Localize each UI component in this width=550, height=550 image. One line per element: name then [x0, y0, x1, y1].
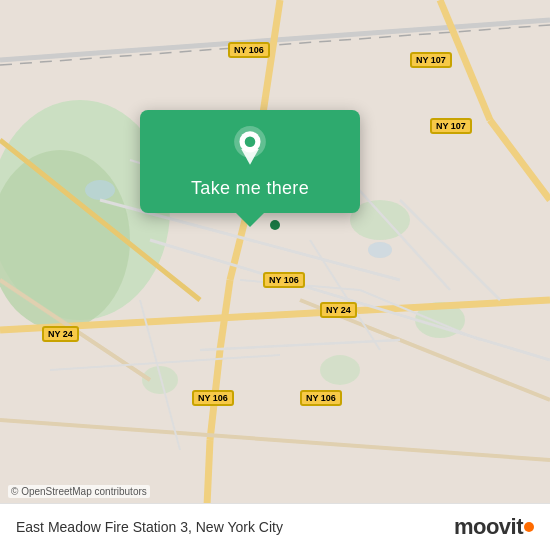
- popup-card: Take me there: [140, 110, 360, 213]
- svg-line-23: [0, 420, 550, 460]
- svg-point-33: [270, 220, 280, 230]
- take-me-there-button[interactable]: Take me there: [191, 178, 309, 199]
- moovit-dot-icon: [524, 522, 534, 532]
- road-badge-ny-24-right: NY 24: [320, 302, 357, 318]
- svg-point-7: [368, 242, 392, 258]
- road-badge-ny-24-left: NY 24: [42, 326, 79, 342]
- road-badge-ny-106-bot2: NY 106: [300, 390, 342, 406]
- svg-marker-37: [241, 149, 259, 165]
- svg-point-36: [245, 137, 256, 148]
- road-badge-ny-106-mid: NY 106: [263, 272, 305, 288]
- svg-point-6: [85, 180, 115, 200]
- moovit-text: moovit: [454, 514, 523, 540]
- location-pin-icon: [228, 126, 272, 170]
- map-container: Take me there © OpenStreetMap contributo…: [0, 0, 550, 550]
- road-badge-ny-107-top: NY 107: [410, 52, 452, 68]
- attribution-text: © OpenStreetMap contributors: [8, 485, 150, 498]
- moovit-logo: moovit: [454, 514, 534, 540]
- svg-line-25: [200, 340, 400, 350]
- bottom-bar: East Meadow Fire Station 3, New York Cit…: [0, 503, 550, 550]
- road-badge-ny-106-top: NY 106: [228, 42, 270, 58]
- svg-point-4: [320, 355, 360, 385]
- svg-line-16: [490, 120, 550, 200]
- location-label: East Meadow Fire Station 3, New York Cit…: [16, 519, 283, 535]
- road-badge-ny-106-bot: NY 106: [192, 390, 234, 406]
- road-badge-ny-107-mid: NY 107: [430, 118, 472, 134]
